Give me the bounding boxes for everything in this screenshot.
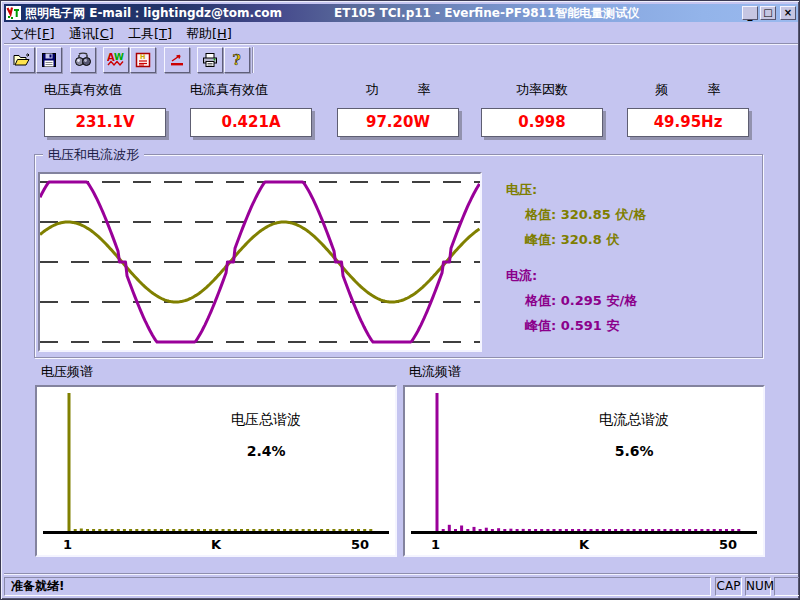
calibrate-button[interactable] [164,47,190,73]
caps-lock-indicator: CAP [715,577,742,596]
voltage-thd-value: 2.4% [137,443,395,459]
calibrate-icon [169,52,185,68]
print-icon [201,52,219,68]
waveform-legend: 电压: 格值: 320.85 伏/格 峰值: 320.8 伏 电流: 格值: 0… [506,177,646,338]
menu-file[interactable]: 文件[F] [4,23,62,45]
current-info: 电流: 格值: 0.295 安/格 峰值: 0.591 安 [506,263,646,338]
voltage-heading: 电压: [506,177,646,202]
harmonics-table-button[interactable]: H [130,47,156,73]
app-icon [6,6,21,20]
menu-tools[interactable]: 工具[T] [121,23,179,45]
open-icon [13,52,31,68]
x-tick-mid: K [211,537,221,552]
x-tick-first: 1 [431,537,440,552]
window-title: ET105 TCI.p11 - Everfine-PF9811智能电量测试仪 [334,5,639,22]
voltage-spectrum-panel: 电压总谐波 2.4% 1 K 50 [35,385,397,557]
x-tick-last: 50 [719,537,737,552]
current-spectrum-label: 电流频谱 [409,363,461,381]
svg-text:?: ? [233,52,241,68]
measurement-value: 97.20W [337,108,459,137]
measurement-value: 0.421A [190,108,312,137]
waveform-chart [40,174,480,350]
toolbar: A W H [4,45,798,75]
connect-button[interactable] [70,47,96,73]
print-button[interactable] [197,47,223,73]
current-thd-title: 电流总谐波 [505,411,763,429]
waveform-icon: A W [107,52,125,68]
window-controls: _ □ × [740,6,796,20]
help-icon: ? [230,52,244,68]
help-button[interactable]: ? [224,47,250,73]
svg-text:W: W [114,52,124,62]
voltage-spectrum-label: 电压频谱 [41,363,93,381]
current-spectrum-panel: 电流总谐波 5.6% 1 K 50 [403,385,765,557]
title-left-text: 照明电子网 E-mail：lightingdz@tom.com [25,5,282,22]
app-window: 照明电子网 E-mail：lightingdz@tom.com ET105 TC… [0,0,800,600]
binoculars-icon [74,52,92,68]
save-button[interactable] [36,47,62,73]
measurement-current-rms: 电流真有效值 0.421A [190,81,312,137]
waveform-group-title: 电压和电流波形 [43,146,144,164]
current-heading: 电流: [506,263,646,288]
current-peak: 峰值: 0.591 安 [506,313,646,338]
status-extra-panel [774,577,800,596]
menu-comm[interactable]: 通讯[C] [62,23,121,45]
measurement-label: 电压真有效值 [44,81,166,101]
measurement-label: 频 率 [627,81,749,101]
voltage-info: 电压: 格值: 320.85 伏/格 峰值: 320.8 伏 [506,177,646,252]
measurement-power: 功 率 97.20W [337,81,459,137]
x-tick-mid: K [579,537,589,552]
voltage-peak: 峰值: 320.8 伏 [506,227,646,252]
save-icon [41,52,57,68]
measurement-value: 231.1V [44,108,166,137]
menu-help[interactable]: 帮助[H] [179,23,239,45]
minimize-button[interactable]: _ [742,6,758,20]
measurement-value: 49.95Hz [627,108,749,137]
waveform-plot [38,172,482,352]
measurement-power-factor: 功率因数 0.998 [481,81,603,137]
menu-bar: 文件[F] 通讯[C] 工具[T] 帮助[H] [4,23,798,44]
toolbar-separator [252,47,254,73]
waveform-view-button[interactable]: A W [103,47,129,73]
harmonics-table-icon: H [135,52,151,68]
open-button[interactable] [9,47,35,73]
num-lock-indicator: NUM [745,577,771,596]
measurement-frequency: 频 率 49.95Hz [627,81,749,137]
status-bar: 准备就绪! CAP NUM [4,575,798,598]
close-button[interactable]: × [780,6,796,20]
measurement-label: 功率因数 [481,81,603,101]
svg-text:H: H [140,53,145,61]
x-tick-last: 50 [351,537,369,552]
measurement-label: 功 率 [337,81,459,101]
voltage-thd-title: 电压总谐波 [137,411,395,429]
x-tick-first: 1 [63,537,72,552]
maximize-button[interactable]: □ [760,6,776,20]
measurement-label: 电流真有效值 [190,81,312,101]
measurement-voltage-rms: 电压真有效值 231.1V [44,81,166,137]
measurement-value: 0.998 [481,108,603,137]
current-thd-value: 5.6% [505,443,763,459]
status-message: 准备就绪! [4,577,711,596]
voltage-per-div: 格值: 320.85 伏/格 [506,202,646,227]
title-bar[interactable]: 照明电子网 E-mail：lightingdz@tom.com ET105 TC… [4,4,798,22]
current-per-div: 格值: 0.295 安/格 [506,288,646,313]
